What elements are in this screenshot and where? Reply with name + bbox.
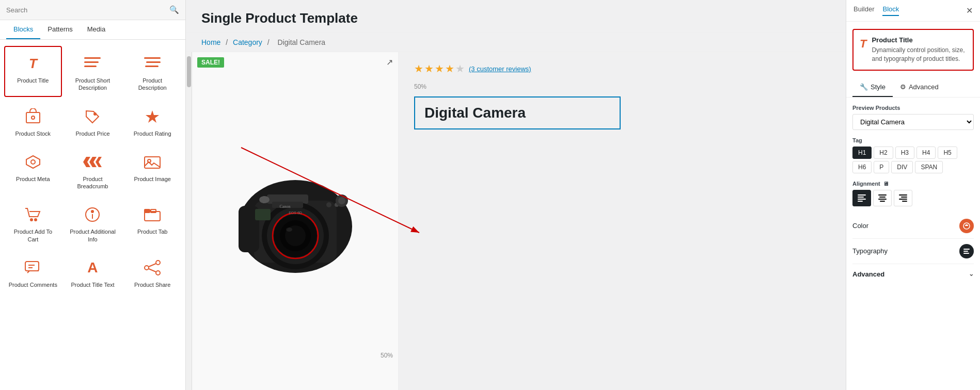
tag-h6[interactable]: H6: [852, 161, 872, 173]
percent-label-right: 50%: [414, 83, 426, 90]
page-title: Single Product Template: [186, 0, 846, 33]
svg-point-20: [91, 210, 93, 213]
tag-label: Tag: [852, 137, 974, 143]
block-item-product-add-to-cart[interactable]: Product Add To Cart: [4, 197, 62, 248]
tab-media[interactable]: Media: [80, 20, 113, 39]
style-wrench-icon: 🔧: [860, 83, 868, 91]
block-info-card: T Product Title Dynamically control posi…: [852, 29, 974, 71]
svg-point-8: [94, 113, 96, 115]
search-icon[interactable]: 🔍: [169, 5, 179, 14]
svg-rect-50: [255, 209, 271, 220]
star-4: ★: [445, 62, 454, 75]
tag-h3[interactable]: H3: [895, 147, 914, 159]
block-item-product-additional-info[interactable]: Product Additional Info: [64, 197, 122, 248]
product-add-to-cart-icon: [23, 204, 43, 225]
svg-rect-2: [84, 66, 97, 67]
block-item-product-title-text[interactable]: A Product Title Text: [64, 250, 122, 294]
block-item-product-breadcrumb[interactable]: Product Breadcrumb: [64, 144, 122, 196]
product-rating-icon: [142, 106, 163, 127]
block-item-product-rating[interactable]: Product Rating: [123, 99, 181, 142]
expand-icon[interactable]: ↗: [386, 57, 393, 67]
breadcrumb-home[interactable]: Home: [201, 38, 220, 46]
preview-products-select[interactable]: Digital Camera: [852, 114, 974, 130]
tag-h5[interactable]: H5: [938, 147, 957, 159]
block-label-product-breadcrumb: Product Breadcrumb: [68, 175, 118, 190]
review-link[interactable]: (3 customer reviews): [469, 65, 531, 73]
block-item-product-image[interactable]: Product Image: [123, 144, 181, 196]
star-2: ★: [424, 62, 434, 75]
star-rating: ★ ★ ★ ★ ★: [414, 62, 465, 75]
svg-point-42: [286, 228, 292, 232]
tag-h2[interactable]: H2: [874, 147, 893, 159]
svg-rect-66: [902, 201, 907, 202]
breadcrumb-sep1: /: [226, 38, 230, 46]
tab-blocks[interactable]: Blocks: [6, 20, 40, 39]
block-item-product-price[interactable]: Product Price: [64, 99, 122, 142]
block-info-text: Product Title Dynamically control positi…: [872, 36, 967, 63]
block-label-product-title-text: Product Title Text: [71, 281, 114, 288]
typography-icon[interactable]: [959, 244, 974, 258]
tag-span[interactable]: SPAN: [915, 161, 943, 173]
tab-patterns[interactable]: Patterns: [40, 20, 80, 39]
style-tab-nav: 🔧 Style ⚙ Advanced: [846, 78, 980, 98]
breadcrumb-category[interactable]: Category: [233, 38, 262, 46]
product-description-icon: [142, 53, 163, 74]
tag-p[interactable]: P: [874, 161, 889, 173]
advanced-accordion[interactable]: Advanced ⌄: [852, 264, 974, 284]
block-item-product-description[interactable]: Product Description: [123, 46, 181, 97]
block-item-product-stock[interactable]: Product Stock: [4, 99, 62, 142]
advanced-style-tab[interactable]: ⚙ Advanced: [893, 78, 946, 97]
block-label-product-image: Product Image: [134, 175, 171, 183]
svg-line-31: [149, 264, 156, 267]
align-center-btn[interactable]: [873, 190, 892, 206]
block-item-product-share[interactable]: Product Share: [123, 250, 181, 294]
svg-rect-61: [878, 199, 887, 200]
svg-point-28: [156, 261, 160, 265]
svg-point-18: [35, 219, 37, 221]
svg-marker-10: [26, 156, 40, 168]
tag-div[interactable]: DIV: [891, 161, 913, 173]
block-item-product-meta[interactable]: Product Meta: [4, 144, 62, 196]
svg-rect-62: [880, 201, 885, 202]
block-item-product-short-desc[interactable]: Product Short Description: [64, 46, 122, 97]
align-right-btn[interactable]: [894, 190, 912, 206]
breadcrumb-current: Digital Camera: [278, 38, 326, 46]
tab-builder[interactable]: Builder: [853, 5, 874, 16]
svg-rect-15: [145, 157, 160, 168]
svg-rect-0: [84, 57, 101, 59]
canvas-scrollbar[interactable]: [186, 52, 192, 390]
block-item-product-title[interactable]: T Product Title: [4, 46, 62, 97]
tab-block[interactable]: Block: [882, 5, 899, 16]
typography-label: Typography: [852, 247, 888, 255]
svg-rect-5: [145, 66, 159, 67]
scroll-thumb: [187, 56, 191, 87]
sale-badge: SALE!: [197, 57, 224, 68]
svg-rect-3: [144, 57, 161, 59]
tag-h4[interactable]: H4: [916, 147, 936, 159]
svg-rect-57: [858, 199, 866, 200]
svg-rect-1: [84, 61, 99, 63]
breadcrumb: Home / Category / Digital Camera: [186, 33, 846, 52]
block-info-title: Product Title: [872, 36, 967, 44]
block-item-product-comments[interactable]: Product Comments: [4, 250, 62, 294]
svg-point-11: [31, 160, 35, 164]
svg-rect-65: [899, 199, 907, 200]
close-button[interactable]: ✕: [966, 6, 973, 15]
product-image: Canon EOS 6D: [218, 144, 373, 299]
product-comments-icon: [23, 257, 43, 278]
svg-rect-4: [146, 61, 161, 63]
svg-point-49: [259, 196, 270, 203]
style-tab[interactable]: 🔧 Style: [852, 78, 893, 97]
product-title-icon: T: [23, 53, 43, 74]
color-icon[interactable]: [959, 219, 974, 233]
product-title-display: Digital Camera: [424, 105, 610, 121]
tag-h1[interactable]: H1: [852, 147, 872, 159]
block-item-product-tab[interactable]: Product Tab: [123, 197, 181, 248]
svg-rect-70: [963, 253, 969, 254]
canvas-wrapper: SALE! ↗: [186, 52, 846, 390]
align-left-btn[interactable]: [852, 190, 871, 206]
product-short-desc-icon: [82, 53, 103, 74]
search-input[interactable]: [6, 6, 165, 14]
right-tab-nav: Builder Block: [853, 5, 899, 16]
svg-text:Canon: Canon: [279, 204, 290, 209]
